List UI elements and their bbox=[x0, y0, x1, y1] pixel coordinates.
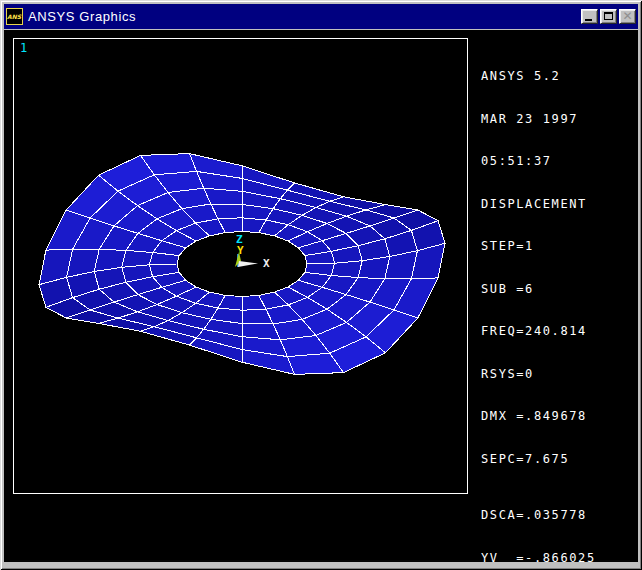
annotation-line: 05:51:37 bbox=[481, 154, 605, 169]
window-controls: ✕ bbox=[581, 9, 636, 24]
annotation-line: STEP=1 bbox=[481, 239, 605, 254]
annotation-line: RSYS=0 bbox=[481, 367, 605, 382]
annotation-panel: ANSYS 5.2 MAR 23 1997 05:51:37 DISPLACEM… bbox=[481, 41, 605, 570]
annotation-line: DISPLACEMENT bbox=[481, 197, 605, 212]
annotation-line: DSCA=.035778 bbox=[481, 508, 605, 523]
mesh-element bbox=[331, 261, 362, 278]
maximize-icon bbox=[604, 12, 613, 20]
annotation-line: MAR 23 1997 bbox=[481, 112, 605, 127]
close-button[interactable]: ✕ bbox=[619, 9, 636, 24]
coordinate-triad: Z Y X bbox=[235, 233, 270, 270]
triad-x-label: X bbox=[263, 257, 270, 270]
plot-number-label: 1 bbox=[20, 41, 27, 55]
annotation-line: SUB =6 bbox=[481, 282, 605, 297]
annotation-line: ANSYS 5.2 bbox=[481, 69, 605, 84]
annotation-line: FREQ=240.814 bbox=[481, 324, 605, 339]
minimize-button[interactable] bbox=[581, 9, 598, 24]
triad-x-arrow-icon bbox=[238, 261, 258, 267]
annotation-line: YV =-.866025 bbox=[481, 551, 605, 566]
ansys-graphics-window: ANSYS ANSYS Graphics ✕ Z bbox=[0, 0, 642, 570]
ansys-app-icon-text: ANSYS bbox=[7, 13, 23, 20]
mesh-plot-canvas[interactable]: Z Y X bbox=[14, 39, 467, 493]
graphics-client-area: Z Y X 1 ANSYS 5.2 MAR 23 1997 05:51:37 D… bbox=[4, 30, 638, 562]
triad-y-label: Y bbox=[237, 244, 244, 257]
window-title: ANSYS Graphics bbox=[28, 9, 581, 24]
maximize-button[interactable] bbox=[600, 9, 617, 24]
annotation-line: SEPC=7.675 bbox=[481, 452, 605, 467]
minimize-icon bbox=[585, 19, 592, 21]
close-icon: ✕ bbox=[620, 9, 635, 24]
annotation-line: DMX =.849678 bbox=[481, 409, 605, 424]
ansys-app-icon[interactable]: ANSYS bbox=[6, 8, 23, 25]
title-bar[interactable]: ANSYS ANSYS Graphics ✕ bbox=[4, 4, 638, 29]
graphics-viewport[interactable]: Z Y X 1 bbox=[13, 38, 468, 494]
